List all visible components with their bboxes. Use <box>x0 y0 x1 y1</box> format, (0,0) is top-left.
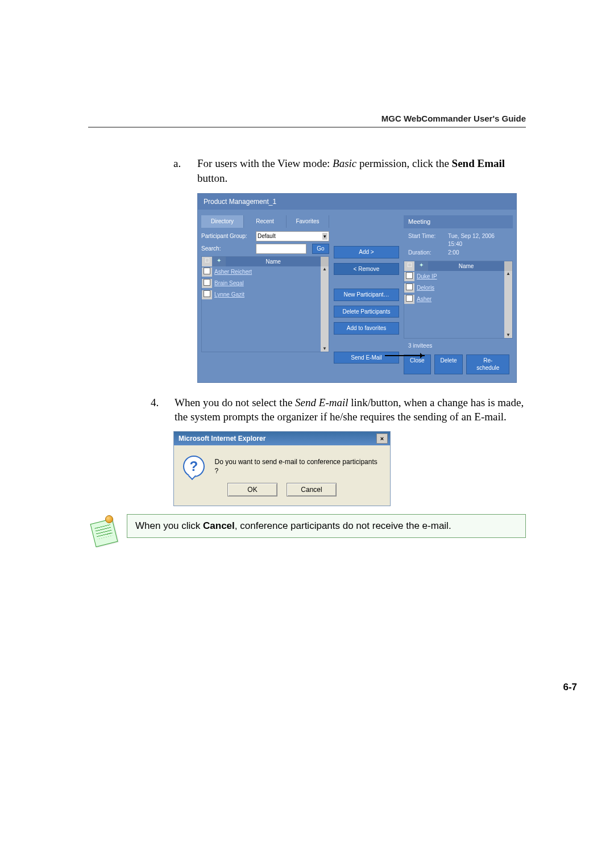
right-select-all-checkbox[interactable]: ☐ <box>404 261 415 272</box>
ie-dialog-message: Do you want to send e-mail to conference… <box>215 457 381 475</box>
left-icon-column: ✦ <box>213 257 226 267</box>
table-row: Asher Reichert <box>202 266 321 278</box>
sticky-note-icon <box>88 514 120 546</box>
close-icon[interactable]: × <box>376 433 388 444</box>
note-prefix: When you click <box>135 520 203 531</box>
row-checkbox[interactable] <box>406 272 413 279</box>
blueshot-title: Product Management_1 <box>198 194 516 210</box>
tab-recent[interactable]: Recent <box>244 215 287 228</box>
participant-link[interactable]: Lynne Gazit <box>214 291 244 298</box>
question-icon: ? <box>183 456 205 477</box>
row-checkbox[interactable] <box>204 268 210 274</box>
ok-button[interactable]: OK <box>227 483 277 496</box>
invitee-link[interactable]: Asher <box>417 296 432 302</box>
start-time-value: Tue, Sep 12, 2006 15:40 <box>448 232 508 248</box>
search-label: Search: <box>201 245 252 253</box>
right-name-header: Name <box>428 261 504 272</box>
ie-dialog-title: Microsoft Internet Explorer <box>179 434 265 443</box>
table-row: Asher <box>404 294 504 305</box>
ie-confirm-dialog: Microsoft Internet Explorer × ? Do you w… <box>173 431 391 506</box>
blueshot-tabs: Directory Recent Favorites <box>201 215 329 228</box>
step-a-suffix: button. <box>197 172 227 184</box>
row-checkbox[interactable] <box>204 290 210 297</box>
left-scrollbar-head <box>321 257 329 267</box>
participant-group-label: Participant Group: <box>201 232 252 240</box>
note-callout: When you click Cancel, conference partic… <box>88 514 526 546</box>
duration-label: Duration: <box>408 249 448 257</box>
step-4: 4. When you do not select the Send E-mai… <box>151 395 526 424</box>
right-icon-column: ✦ <box>415 261 428 272</box>
page-number: 6-7 <box>0 682 577 693</box>
start-time-label: Start Time: <box>408 232 448 248</box>
delete-button[interactable]: Delete <box>434 354 463 374</box>
left-scrollbar[interactable]: ▲▼ <box>321 266 329 352</box>
right-scrollbar[interactable]: ▲▼ <box>504 271 512 338</box>
delete-participants-button[interactable]: Delete Participants <box>334 306 399 318</box>
table-row: Duke IP <box>404 271 504 282</box>
step-a-text: For users with the View mode: Basic perm… <box>197 156 526 185</box>
new-participant-button[interactable]: New Participant… <box>334 289 399 301</box>
note-bold: Cancel <box>203 520 235 531</box>
left-select-all-checkbox[interactable]: ☐ <box>202 257 213 267</box>
header-rule <box>88 127 526 128</box>
note-suffix: , conference participants do not receive… <box>235 520 451 531</box>
row-checkbox[interactable] <box>204 279 210 286</box>
go-button[interactable]: Go <box>312 244 329 254</box>
send-email-button[interactable]: Send E-Mail <box>334 352 399 364</box>
product-management-screenshot: Product Management_1 Directory Recent Fa… <box>197 193 517 383</box>
step-a-em: Basic <box>333 157 356 169</box>
step-4-marker: 4. <box>151 395 162 424</box>
close-button[interactable]: Close <box>404 354 431 374</box>
add-to-favorites-button[interactable]: Add to favorites <box>334 322 399 335</box>
participant-group-select[interactable]: Default ▾ <box>256 231 329 241</box>
table-row: Lynne Gazit <box>202 289 321 301</box>
table-row: Deloris <box>404 282 504 294</box>
table-row: Brain Segal <box>202 278 321 289</box>
invitees-count: 3 invitees <box>404 339 513 354</box>
participant-group-value: Default <box>258 232 276 240</box>
chevron-down-icon: ▾ <box>322 233 327 240</box>
participant-link[interactable]: Brain Segal <box>214 280 244 286</box>
step-a-marker: a. <box>173 156 185 185</box>
row-checkbox[interactable] <box>406 295 413 302</box>
search-input[interactable] <box>256 244 306 254</box>
step-a: a. For users with the View mode: Basic p… <box>173 156 526 185</box>
participant-link[interactable]: Asher Reichert <box>214 269 252 275</box>
running-head: MGC WebCommander User's Guide <box>88 114 526 123</box>
left-name-header: Name <box>226 257 321 267</box>
tab-directory[interactable]: Directory <box>201 215 244 228</box>
step-4-prefix: When you do not select the <box>175 397 295 408</box>
add-button[interactable]: Add > <box>334 246 399 258</box>
note-text: When you click Cancel, conference partic… <box>127 514 526 538</box>
row-checkbox[interactable] <box>406 283 413 290</box>
tab-favorites[interactable]: Favorites <box>287 215 329 228</box>
step-a-prefix: For users with the View mode: <box>197 157 333 169</box>
cancel-button[interactable]: Cancel <box>287 483 337 496</box>
meeting-header: Meeting <box>404 215 513 228</box>
callout-arrow-icon <box>385 355 425 356</box>
step-a-mid: permission, click the <box>356 157 451 169</box>
step-4-text: When you do not select the Send E-mail l… <box>175 395 526 424</box>
reschedule-button[interactable]: Re-schedule <box>466 354 509 374</box>
duration-value: 2:00 <box>448 249 508 257</box>
right-scrollbar-head <box>504 261 512 272</box>
invitee-link[interactable]: Deloris <box>417 285 434 291</box>
step-a-bold: Send Email <box>452 157 505 169</box>
step-4-em: Send E-mail <box>295 397 348 408</box>
remove-button[interactable]: < Remove <box>334 263 399 276</box>
invitee-link[interactable]: Duke IP <box>417 273 437 279</box>
